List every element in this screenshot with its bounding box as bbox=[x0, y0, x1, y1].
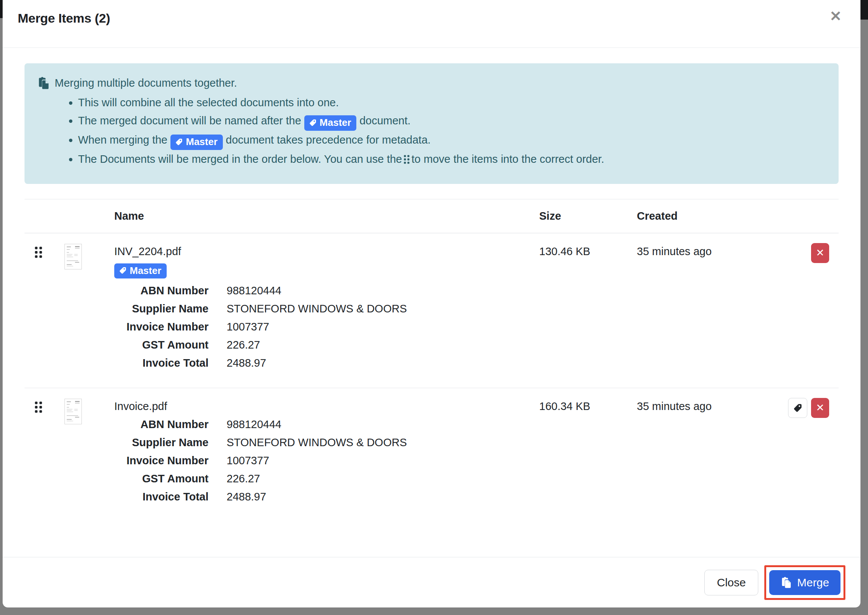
merge-items-modal: Merge Items (2) ✕ Merging multiple docum… bbox=[3, 0, 860, 607]
meta-value: 988120444 bbox=[227, 281, 539, 300]
meta-value: 1007377 bbox=[227, 451, 539, 470]
table-row: INV_2204.pdf Master ABN Number 988120444… bbox=[25, 233, 838, 389]
drag-handle-icon[interactable] bbox=[34, 246, 42, 259]
tag-icon bbox=[309, 119, 317, 126]
info-bullet: When merging theMasterdocument takes pre… bbox=[78, 131, 826, 150]
column-header-name: Name bbox=[114, 199, 539, 233]
meta-label: Invoice Total bbox=[114, 488, 208, 506]
remove-item-button[interactable]: ✕ bbox=[811, 398, 829, 418]
meta-label: Invoice Number bbox=[114, 451, 208, 470]
meta-value: STONEFORD WINDOWS & DOORS bbox=[227, 300, 539, 318]
meta-value: 2488.97 bbox=[227, 488, 539, 506]
merge-button[interactable]: Merge bbox=[769, 570, 840, 595]
table-header-row: Name Size Created bbox=[25, 199, 838, 233]
remove-icon: ✕ bbox=[816, 403, 825, 413]
column-header-created: Created bbox=[637, 199, 763, 233]
meta-label: Invoice Number bbox=[114, 318, 208, 336]
master-badge: Master bbox=[304, 115, 357, 131]
meta-label: ABN Number bbox=[114, 281, 208, 300]
document-metadata: ABN Number 988120444 Supplier Name STONE… bbox=[114, 415, 539, 506]
meta-value: STONEFORD WINDOWS & DOORS bbox=[227, 433, 539, 451]
meta-value: 226.27 bbox=[227, 336, 539, 354]
meta-value: 1007377 bbox=[227, 318, 539, 336]
meta-value: 2488.97 bbox=[227, 354, 539, 372]
file-name: Invoice.pdf bbox=[114, 398, 539, 415]
meta-label: Supplier Name bbox=[114, 433, 208, 451]
file-size: 160.34 KB bbox=[539, 398, 637, 415]
page-behind-modal bbox=[0, 0, 3, 18]
meta-label: Supplier Name bbox=[114, 300, 208, 318]
meta-value: 988120444 bbox=[227, 415, 539, 433]
remove-icon: ✕ bbox=[816, 248, 825, 258]
remove-item-button[interactable]: ✕ bbox=[811, 243, 829, 263]
document-thumbnail bbox=[64, 399, 82, 424]
info-bullet: The Documents will be merged in the orde… bbox=[78, 150, 826, 168]
grip-vertical-icon bbox=[404, 155, 410, 164]
document-metadata: ABN Number 988120444 Supplier Name STONE… bbox=[114, 281, 539, 372]
file-created: 35 minutes ago bbox=[637, 398, 763, 415]
modal-footer: Close Merge bbox=[3, 557, 860, 607]
page-behind-modal bbox=[860, 0, 868, 20]
table-row: Invoice.pdf ABN Number 988120444 Supplie… bbox=[25, 388, 838, 521]
meta-label: GST Amount bbox=[114, 470, 208, 488]
meta-label: ABN Number bbox=[114, 415, 208, 433]
modal-title: Merge Items (2) bbox=[18, 11, 110, 26]
annotation-highlight: Merge bbox=[764, 565, 845, 600]
meta-label: GST Amount bbox=[114, 336, 208, 354]
master-badge: Master bbox=[114, 264, 167, 279]
close-button[interactable]: Close bbox=[704, 570, 758, 595]
document-thumbnail bbox=[64, 244, 82, 269]
info-bullet-list: This will combine all the selected docum… bbox=[38, 94, 826, 168]
merge-copy-icon bbox=[38, 76, 50, 89]
file-size: 130.46 KB bbox=[539, 243, 637, 260]
drag-handle-icon[interactable] bbox=[34, 401, 42, 414]
close-icon[interactable]: ✕ bbox=[829, 9, 841, 23]
modal-body: Merging multiple documents together. Thi… bbox=[3, 48, 860, 557]
column-header-size: Size bbox=[539, 199, 637, 233]
info-alert: Merging multiple documents together. Thi… bbox=[25, 63, 838, 184]
set-master-tag-button[interactable] bbox=[788, 398, 807, 418]
documents-table: Name Size Created INV_2204.pdf Master bbox=[25, 199, 838, 522]
meta-value: 226.27 bbox=[227, 470, 539, 488]
info-heading: Merging multiple documents together. bbox=[55, 75, 237, 91]
meta-label: Invoice Total bbox=[114, 354, 208, 372]
tag-icon bbox=[793, 403, 802, 413]
modal-header: Merge Items (2) ✕ bbox=[3, 0, 860, 48]
info-bullet: The merged document will be named after … bbox=[78, 112, 826, 131]
tag-icon bbox=[175, 138, 183, 146]
file-created: 35 minutes ago bbox=[637, 243, 763, 260]
file-name: INV_2204.pdf bbox=[114, 243, 539, 260]
info-bullet: This will combine all the selected docum… bbox=[78, 94, 826, 112]
merge-copy-icon bbox=[780, 576, 792, 588]
tag-icon bbox=[119, 267, 127, 274]
master-badge: Master bbox=[170, 134, 223, 150]
